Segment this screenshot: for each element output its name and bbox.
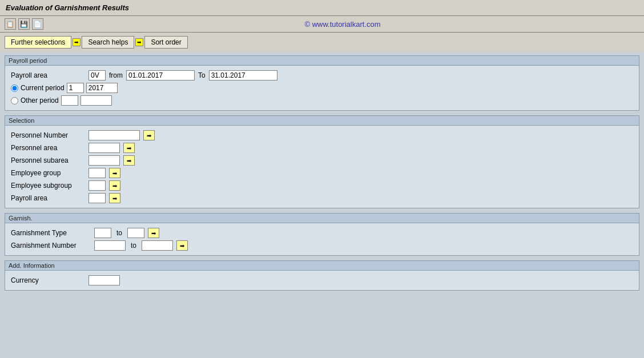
tab-search-helps[interactable]: Search helps (82, 36, 134, 49)
payroll-area-sel-label: Payroll area (11, 194, 85, 202)
personnel-number-row: Personnel Number ➡ (11, 129, 633, 142)
payroll-period-section: Payroll period Payroll area from To Curr… (5, 55, 639, 111)
personnel-subarea-row: Personnel subarea ➡ (11, 154, 633, 167)
other-period-radio[interactable] (11, 97, 18, 104)
selection-section: Selection Personnel Number ➡ Personnel a… (5, 115, 639, 208)
payroll-area-sel-arrow[interactable]: ➡ (109, 193, 120, 203)
from-label: from (109, 71, 123, 79)
garnishment-number-to[interactable] (142, 240, 173, 251)
garnishment-number-from[interactable] (94, 240, 126, 251)
current-period-num[interactable] (67, 83, 84, 93)
garnishment-type-arrow[interactable]: ➡ (148, 228, 159, 238)
search-helps-arrow[interactable]: ➡ (135, 38, 143, 46)
selection-header: Selection (5, 116, 639, 126)
watermark: © www.tutorialkart.com (46, 20, 639, 29)
employee-subgroup-input[interactable] (88, 180, 106, 191)
other-period-label: Other period (21, 96, 59, 104)
page-title: Evaluation of Garnishment Results (6, 3, 129, 12)
tab-further-selections[interactable]: Further selections (5, 36, 71, 49)
garnish-body: Garnishment Type to ➡ Garnishment Number… (5, 223, 639, 255)
further-selections-arrow[interactable]: ➡ (73, 38, 80, 46)
currency-input[interactable] (88, 275, 120, 285)
copy-icon[interactable]: 📋 (5, 18, 16, 30)
current-period-label: Current period (21, 84, 65, 92)
current-period-radio[interactable] (11, 85, 18, 92)
personnel-number-arrow[interactable]: ➡ (143, 130, 155, 140)
garnishment-type-to[interactable] (127, 228, 144, 238)
garnishment-type-row: Garnishment Type to ➡ (11, 227, 633, 239)
main-content: Payroll period Payroll area from To Curr… (0, 52, 644, 358)
garnishment-number-row: Garnishment Number to ➡ (11, 239, 633, 252)
payroll-area-input[interactable] (88, 70, 106, 81)
payroll-period-body: Payroll area from To Current period Othe… (5, 66, 639, 110)
personnel-subarea-arrow[interactable]: ➡ (123, 155, 135, 166)
selection-body: Personnel Number ➡ Personnel area ➡ Pers… (5, 126, 639, 208)
garnish-section: Garnish. Garnishment Type to ➡ Garnishme… (5, 213, 639, 256)
other-period-row: Other period (11, 94, 633, 107)
personnel-number-label: Personnel Number (11, 131, 85, 139)
search-helps-label: Search helps (88, 38, 128, 46)
garnishment-type-to-label: to (115, 229, 124, 237)
employee-group-arrow[interactable]: ➡ (109, 168, 120, 178)
payroll-area-sel-input[interactable] (88, 193, 106, 203)
employee-group-label: Employee group (11, 169, 85, 177)
further-selections-label: Further selections (11, 38, 65, 46)
personnel-area-input[interactable] (88, 143, 120, 153)
current-period-row: Current period (11, 82, 633, 94)
add-information-body: Currency (5, 271, 639, 290)
garnish-header: Garnish. (5, 214, 639, 223)
payroll-area-label: Payroll area (11, 71, 85, 79)
title-bar: Evaluation of Garnishment Results (0, 0, 644, 16)
from-date-input[interactable] (126, 70, 195, 81)
employee-subgroup-arrow[interactable]: ➡ (109, 180, 120, 191)
garnishment-type-label: Garnishment Type (11, 229, 91, 237)
sort-order-label: Sort order (151, 38, 181, 46)
payroll-period-header: Payroll period (5, 56, 639, 66)
personnel-number-input[interactable] (88, 130, 140, 140)
other-period-year[interactable] (80, 95, 112, 106)
personnel-subarea-label: Personnel subarea (11, 156, 85, 164)
save-icon[interactable]: 💾 (18, 18, 30, 30)
payroll-area-sel-row: Payroll area ➡ (11, 192, 633, 204)
to-label: To (198, 71, 206, 79)
employee-group-row: Employee group ➡ (11, 167, 633, 179)
current-period-year[interactable] (86, 83, 118, 93)
personnel-area-row: Personnel area ➡ (11, 142, 633, 154)
garnishment-type-from[interactable] (94, 228, 111, 238)
employee-subgroup-row: Employee subgroup ➡ (11, 179, 633, 192)
currency-label: Currency (11, 276, 85, 284)
personnel-subarea-input[interactable] (88, 155, 120, 166)
garnishment-number-to-label: to (129, 242, 138, 250)
toolbar: 📋 💾 📄 © www.tutorialkart.com (0, 16, 644, 33)
garnishment-number-label: Garnishment Number (11, 242, 91, 250)
local-icon[interactable]: 📄 (32, 18, 43, 30)
personnel-area-arrow[interactable]: ➡ (123, 143, 135, 153)
personnel-area-label: Personnel area (11, 144, 85, 152)
to-date-input[interactable] (209, 70, 277, 81)
garnishment-number-arrow[interactable]: ➡ (176, 240, 188, 251)
tab-bar: Further selections ➡ Search helps ➡ Sort… (0, 33, 644, 52)
employee-subgroup-label: Employee subgroup (11, 182, 85, 190)
other-period-num[interactable] (61, 95, 78, 106)
add-information-section: Add. Information Currency (5, 260, 639, 291)
payroll-area-row: Payroll area from To (11, 69, 633, 82)
add-information-header: Add. Information (5, 261, 639, 271)
currency-row: Currency (11, 274, 633, 287)
employee-group-input[interactable] (88, 168, 106, 178)
tab-sort-order[interactable]: Sort order (144, 36, 187, 49)
